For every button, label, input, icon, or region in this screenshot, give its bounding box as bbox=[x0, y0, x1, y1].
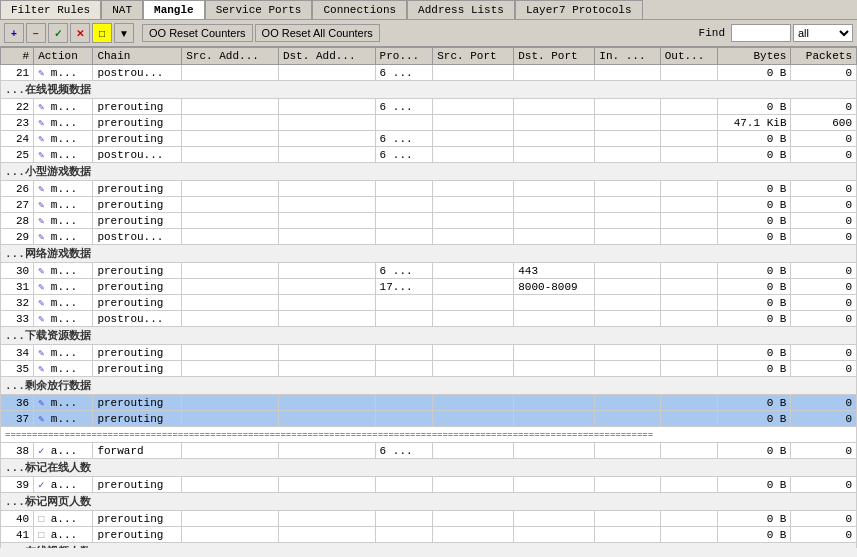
col-header-action[interactable]: Action bbox=[34, 48, 93, 65]
find-input[interactable] bbox=[731, 24, 791, 42]
category-row: ...标记在线人数 bbox=[1, 459, 857, 477]
category-row: ...网络游戏数据 bbox=[1, 245, 857, 263]
category-row: ...下载资源数据 bbox=[1, 327, 857, 345]
table-row[interactable]: 36✎ m...prerouting0 B0 bbox=[1, 395, 857, 411]
col-header-proto[interactable]: Pro... bbox=[375, 48, 433, 65]
tab-connections[interactable]: Connections bbox=[312, 0, 407, 19]
col-header-out[interactable]: Out... bbox=[660, 48, 718, 65]
table-row[interactable]: 22✎ m...prerouting6 ...0 B0 bbox=[1, 99, 857, 115]
add-button[interactable]: + bbox=[4, 23, 24, 43]
col-header-src-port[interactable]: Src. Port bbox=[433, 48, 514, 65]
table-row[interactable]: 38✓ a...forward6 ...0 B0 bbox=[1, 443, 857, 459]
tab-mangle[interactable]: Mangle bbox=[143, 0, 205, 19]
find-label: Find bbox=[699, 27, 725, 39]
toolbar: + − ✓ ✕ □ ▼ OO Reset Counters OO Reset A… bbox=[0, 20, 857, 47]
filter-button[interactable]: ▼ bbox=[114, 23, 134, 43]
table-row[interactable]: 26✎ m...prerouting0 B0 bbox=[1, 181, 857, 197]
nav-tabs: Filter Rules NAT Mangle Service Ports Co… bbox=[0, 0, 857, 20]
remove-button[interactable]: − bbox=[26, 23, 46, 43]
tab-layer7[interactable]: Layer7 Protocols bbox=[515, 0, 643, 19]
find-select[interactable]: all bbox=[793, 24, 853, 42]
col-header-dst-addr[interactable]: Dst. Add... bbox=[278, 48, 375, 65]
table-row[interactable]: 29✎ m...postrou...0 B0 bbox=[1, 229, 857, 245]
category-row: ...在线视频人数 bbox=[1, 543, 857, 549]
table-row[interactable]: 40□ a...prerouting0 B0 bbox=[1, 511, 857, 527]
table-row[interactable]: 32✎ m...prerouting0 B0 bbox=[1, 295, 857, 311]
rules-table: # Action Chain Src. Add... Dst. Add... P… bbox=[0, 47, 857, 548]
table-row[interactable]: 23✎ m...prerouting47.1 KiB600 bbox=[1, 115, 857, 131]
table-row[interactable]: 27✎ m...prerouting0 B0 bbox=[1, 197, 857, 213]
table-row[interactable]: 37✎ m...prerouting0 B0 bbox=[1, 411, 857, 427]
table-row[interactable]: 21✎ m...postrou...6 ...0 B0 bbox=[1, 65, 857, 81]
tab-nat[interactable]: NAT bbox=[101, 0, 143, 19]
category-row: ...小型游戏数据 bbox=[1, 163, 857, 181]
table-row[interactable]: 41□ a...prerouting0 B0 bbox=[1, 527, 857, 543]
table-row[interactable]: 33✎ m...postrou...0 B0 bbox=[1, 311, 857, 327]
reset-all-counters-button[interactable]: OO Reset All Counters bbox=[255, 24, 380, 42]
table-row[interactable]: 39✓ a...prerouting0 B0 bbox=[1, 477, 857, 493]
copy-button[interactable]: □ bbox=[92, 23, 112, 43]
table-row[interactable]: 28✎ m...prerouting0 B0 bbox=[1, 213, 857, 229]
tab-filter-rules[interactable]: Filter Rules bbox=[0, 0, 101, 19]
col-header-dst-port[interactable]: Dst. Port bbox=[514, 48, 595, 65]
col-header-packets[interactable]: Packets bbox=[791, 48, 857, 65]
table-row[interactable]: 30✎ m...prerouting6 ...4430 B0 bbox=[1, 263, 857, 279]
table-row[interactable]: 25✎ m...postrou...6 ...0 B0 bbox=[1, 147, 857, 163]
col-header-bytes[interactable]: Bytes bbox=[718, 48, 791, 65]
rules-table-container: # Action Chain Src. Add... Dst. Add... P… bbox=[0, 47, 857, 548]
disable-button[interactable]: ✕ bbox=[70, 23, 90, 43]
enable-button[interactable]: ✓ bbox=[48, 23, 68, 43]
col-header-in[interactable]: In. ... bbox=[595, 48, 660, 65]
col-header-chain[interactable]: Chain bbox=[93, 48, 182, 65]
tab-address-lists[interactable]: Address Lists bbox=[407, 0, 515, 19]
table-row[interactable]: 24✎ m...prerouting6 ...0 B0 bbox=[1, 131, 857, 147]
col-header-src-addr[interactable]: Src. Add... bbox=[182, 48, 279, 65]
table-row[interactable]: 34✎ m...prerouting0 B0 bbox=[1, 345, 857, 361]
table-row[interactable]: 35✎ m...prerouting0 B0 bbox=[1, 361, 857, 377]
divider-row: ========================================… bbox=[1, 427, 857, 443]
reset-counters-button[interactable]: OO Reset Counters bbox=[142, 24, 253, 42]
category-row: ...在线视频数据 bbox=[1, 81, 857, 99]
col-header-num: # bbox=[1, 48, 34, 65]
table-row[interactable]: 31✎ m...prerouting17...8000-80090 B0 bbox=[1, 279, 857, 295]
category-row: ...剩余放行数据 bbox=[1, 377, 857, 395]
tab-service-ports[interactable]: Service Ports bbox=[205, 0, 313, 19]
category-row: ...标记网页人数 bbox=[1, 493, 857, 511]
